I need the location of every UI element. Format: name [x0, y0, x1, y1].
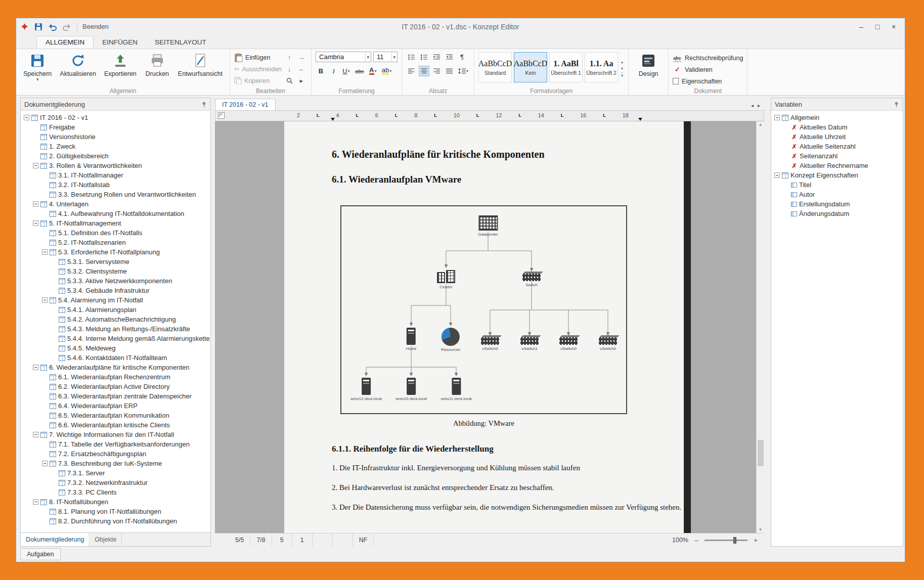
styles-scroll-down-icon[interactable]: ▾	[621, 66, 623, 71]
styles-scroll-up-icon[interactable]: ▴	[621, 60, 623, 64]
pin-icon[interactable]	[201, 102, 207, 107]
indent-marker[interactable]	[638, 118, 642, 121]
outline-item[interactable]: 4.1. Aufbewahrung IT-Notfalldokumentatio…	[21, 209, 210, 218]
move-down-button[interactable]: ↓	[284, 64, 295, 74]
outline-item[interactable]: 3. Rollen & Verantwortlichkeiten	[21, 161, 210, 170]
redo-button[interactable]	[62, 22, 72, 32]
font-family-select[interactable]: Cambria ▾	[316, 52, 371, 62]
outline-item[interactable]: 3.2. IT-Notfallstab	[21, 180, 210, 190]
outline-item[interactable]: 6. Wiederanlaufpläne für kritische Kompo…	[21, 363, 210, 372]
font-size-select[interactable]: 11 ▾	[373, 52, 398, 62]
outline-item[interactable]: IT 2016 - 02 - v1	[21, 113, 210, 122]
expander-icon[interactable]	[33, 220, 38, 226]
outline-item[interactable]: 5.3.3. Aktive Netzwerkkomponenten	[21, 276, 210, 286]
outline-item[interactable]: 6.3. Wiederanlaufplan zentrale Datenspei…	[21, 391, 210, 401]
tab-scroll-left-icon[interactable]: ◂	[751, 103, 754, 108]
variable-item[interactable]: Aktuelles Datum	[771, 122, 903, 132]
outline-item[interactable]: 7.3.2. Netzwerkinfrastruktur	[21, 478, 210, 487]
style-card[interactable]: AaBbCcD Kein	[514, 52, 547, 82]
zoom-slider-thumb[interactable]	[733, 537, 736, 544]
outline-item[interactable]: 2. Gültigkeitsbereich	[21, 151, 210, 161]
close-button[interactable]: ×	[886, 21, 902, 33]
outline-item[interactable]: 5.3.2. Clientsysteme	[21, 266, 210, 276]
variable-item[interactable]: Konzept Eigenschaften	[771, 170, 903, 180]
expander-icon[interactable]	[33, 201, 38, 207]
line-spacing-button[interactable]: ▾	[457, 66, 470, 76]
outline-item[interactable]: 7.1. Tabelle der Verfügbarkeitsanforderu…	[21, 439, 210, 449]
numbered-list-button[interactable]	[419, 52, 429, 62]
outline-item[interactable]: 5.4.4. Interne Meldung gemäß Alarmierung…	[21, 334, 210, 343]
font-color-button[interactable]: A▾	[368, 66, 378, 76]
bullet-list-button[interactable]	[406, 52, 417, 62]
move-left-button[interactable]: ←	[296, 64, 307, 74]
ausschneiden-button[interactable]: ✂ Ausschneiden	[234, 64, 282, 74]
outline-item[interactable]: 7.3.1. Server	[21, 468, 210, 478]
variable-item[interactable]: Erstellungsdatum	[771, 199, 903, 209]
ribbon-tab[interactable]: ALLGEMEIN	[36, 36, 94, 49]
undo-button[interactable]	[48, 22, 58, 32]
style-card[interactable]: 1. AaBl Überschrift 1	[549, 52, 583, 82]
scroll-up-icon[interactable]: ▲	[759, 122, 763, 127]
style-card[interactable]: 1.1. Aa Überschrift 2	[585, 52, 618, 82]
variable-item[interactable]: Aktueller Rechnername	[771, 161, 903, 170]
outline-item[interactable]: Versionshistorie	[21, 132, 210, 142]
bold-button[interactable]: B	[316, 66, 326, 76]
panel-tab[interactable]: Objekte	[90, 533, 122, 546]
outline-item[interactable]: 6.2. Wiederanlaufplan Active Directory	[21, 382, 210, 391]
expander-icon[interactable]	[33, 365, 38, 370]
dokument-action-button[interactable]: Eigenschaften	[673, 76, 743, 86]
ribbon-tab[interactable]: EINFÜGEN	[94, 36, 146, 49]
einfuegen-button[interactable]: Einfügen	[234, 52, 282, 63]
outline-item[interactable]: 3.3. Besetzung Rollen und Verantwortlich…	[21, 190, 210, 199]
outline-item[interactable]: 5.4.3. Meldung an Rettungs-/Einsatzkräft…	[21, 324, 210, 334]
expander-icon[interactable]	[24, 115, 29, 120]
search-button[interactable]	[284, 75, 295, 86]
outline-item[interactable]: 7.3. Beschreibung der IuK-Systeme	[21, 459, 210, 468]
styles-more-icon[interactable]: ▾	[621, 73, 623, 78]
aktualisieren-button[interactable]: Aktualisieren	[57, 51, 99, 87]
outline-item[interactable]: 5.3.4. Gebäude Infrastruktur	[21, 286, 210, 295]
justify-button[interactable]	[444, 66, 455, 76]
outline-item[interactable]: 5.3.1. Serversysteme	[21, 257, 210, 266]
design-button[interactable]: Design	[633, 51, 664, 87]
variable-item[interactable]: Aktuelle Uhrzeit	[771, 132, 903, 142]
expander-icon[interactable]	[774, 115, 780, 120]
maximize-button[interactable]: □	[869, 21, 886, 33]
outline-item[interactable]: 6.1. Wiederanlaufplan Rechenzentrum	[21, 372, 210, 382]
variable-item[interactable]: Änderungsdatum	[771, 209, 903, 218]
zoom-in-button[interactable]: +	[752, 537, 759, 544]
outline-item[interactable]: 6.6. Wiederanlaufplan kritische Clients	[21, 420, 210, 430]
outline-item[interactable]: 8.2. Durchführung von IT-Notfallübungen	[21, 516, 210, 526]
increase-indent-button[interactable]	[444, 52, 455, 62]
tab-scroll-right-icon[interactable]: ▸	[758, 103, 760, 108]
outline-item[interactable]: 5.1. Definition des IT-Notfalls	[21, 228, 210, 238]
align-left-button[interactable]	[406, 66, 417, 76]
variable-item[interactable]: Autor	[771, 190, 903, 199]
expander-icon[interactable]	[774, 172, 780, 178]
variable-item[interactable]: Aktuelle Seitenzahl	[771, 142, 903, 151]
expander-icon[interactable]	[42, 461, 48, 466]
outline-item[interactable]: 5.4.5. Meldeweg	[21, 343, 210, 353]
decrease-indent-button[interactable]	[431, 52, 442, 62]
outline-item[interactable]: 7.2. Ersatzbeschäftigungsplan	[21, 449, 210, 459]
style-card[interactable]: AaBbCcD Standard	[478, 52, 512, 82]
outline-item[interactable]: 6.5. Wiederanlaufplan Kommunikation	[21, 411, 210, 420]
scroll-down-icon[interactable]: ▼	[759, 527, 763, 532]
outline-item[interactable]: 5.4.1. Alarmierungsplan	[21, 305, 210, 315]
outline-item[interactable]: 5.4.6. Kontaktdaten IT-Notfallteam	[21, 353, 210, 363]
minimize-button[interactable]: –	[853, 21, 869, 33]
dokument-action-button[interactable]: ✓ Validieren	[673, 64, 743, 75]
outline-item[interactable]: 5.4. Alarmierung im IT-Notfall	[21, 295, 210, 305]
beenden-button[interactable]: Beenden	[82, 23, 109, 30]
outline-item[interactable]: 8. IT-Notfallübungen	[21, 497, 210, 507]
expander-icon[interactable]	[33, 432, 38, 437]
scrollbar-thumb[interactable]	[758, 440, 764, 466]
expander-icon[interactable]	[42, 249, 48, 255]
outline-item[interactable]: 3.1. IT-Notfallmanager	[21, 170, 210, 180]
variable-item[interactable]: Seitenanzahl	[771, 151, 903, 161]
panel-tab[interactable]: Dokumentgliederung	[21, 533, 90, 546]
outline-item[interactable]: 8.1. Planung von IT-Notfallübungen	[21, 507, 210, 516]
document-page[interactable]: 6. Wiederanlaufpläne für kritische Kompo…	[284, 121, 684, 533]
entwurfsansicht-button[interactable]: Entwurfsansicht	[175, 51, 226, 87]
outline-item[interactable]: 7.3.3. PC Clients	[21, 487, 210, 497]
